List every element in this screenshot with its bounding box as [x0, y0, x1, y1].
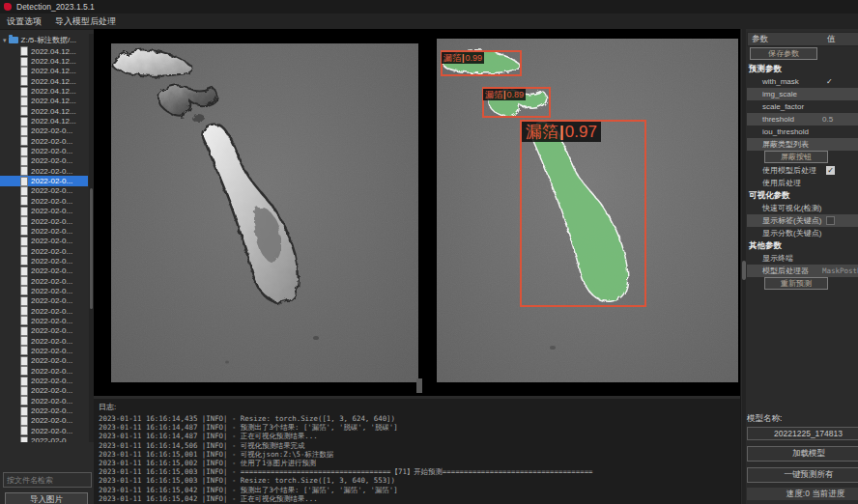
param-group-header: 其他参数 — [747, 239, 858, 252]
params-scrollbar[interactable] — [742, 29, 746, 504]
file-search-input[interactable] — [3, 472, 92, 488]
param-row[interactable]: 显示分数(关键点) — [747, 227, 858, 239]
tree-item[interactable]: 2022-02-0... — [0, 276, 88, 286]
load-model-button[interactable]: 加载模型 — [747, 446, 858, 462]
tree-item[interactable]: 2022-02-0... — [0, 346, 88, 355]
tree-item-label: 2022-02-0... — [31, 227, 72, 236]
tree-item[interactable]: 2022-02-0... — [0, 356, 88, 366]
tree-item[interactable]: 2022-02-0... — [0, 176, 88, 185]
tree-item[interactable]: 2022-02-0... — [0, 366, 88, 376]
param-label: 快速可视化(检测) — [762, 204, 821, 212]
tree-item[interactable]: 2022-02-0... — [0, 416, 88, 426]
param-button[interactable]: 屏蔽按钮 — [764, 151, 828, 163]
tree-item[interactable]: 2022-02-0... — [0, 336, 88, 346]
tree-item[interactable]: 2022-02-0... — [0, 406, 88, 415]
tree-item-label: 2022-02-0... — [31, 296, 72, 305]
log-line: 2023-01-11 16:16:14,506 |INFO| - 可视化预测结果… — [99, 441, 740, 450]
scrollbar-thumb[interactable] — [742, 261, 746, 280]
tree-item[interactable]: 2022.04.12... — [0, 106, 88, 116]
tree-item[interactable]: 2022-02-0... — [0, 216, 88, 226]
param-label: 显示分数(关键点) — [762, 229, 821, 238]
tree-item[interactable]: 2022-02-0... — [0, 286, 88, 295]
detection-label-2: 漏箔|0.89 — [483, 89, 526, 100]
file-icon — [20, 286, 28, 295]
original-image[interactable] — [111, 43, 418, 382]
param-label: with_mask — [762, 77, 799, 86]
param-row[interactable]: threshold0.5 — [747, 113, 858, 126]
tree-item[interactable]: 2022-02-0... — [0, 226, 88, 236]
tree-item[interactable]: 2022-02-0... — [0, 376, 88, 385]
tree-item-label: 2022-02-0... — [31, 277, 72, 286]
tree-item[interactable]: 2022-02-0... — [0, 196, 88, 206]
scrollbar-thumb[interactable] — [90, 188, 93, 309]
tree-item[interactable]: 2022-02-0... — [0, 435, 88, 442]
tree-item-label: 2022-02-0... — [31, 257, 72, 266]
param-row[interactable]: 快速可视化(检测) — [747, 202, 858, 214]
tree-item-label: 2022-02-0... — [31, 397, 72, 406]
file-icon — [20, 106, 28, 116]
tree-item[interactable]: 2022.04.12... — [0, 56, 88, 66]
param-row[interactable]: 使用后处理 — [747, 177, 858, 189]
tree-item[interactable]: 2022-02-0... — [0, 136, 88, 146]
log-panel[interactable]: 日志: 2023-01-11 16:16:14,435 |INFO| - Res… — [94, 396, 740, 504]
tree-item[interactable]: 2022-02-0... — [0, 426, 88, 435]
checkbox-unchecked[interactable] — [826, 216, 835, 225]
tree-item[interactable]: 2022.04.12... — [0, 76, 88, 86]
tree-item-label: 2022.04.12... — [31, 67, 76, 75]
tree-item[interactable]: 2022-02-0... — [0, 316, 88, 325]
tree-root[interactable]: ▾ Z:/5-标注数据/... — [0, 34, 88, 46]
param-label: threshold — [762, 115, 794, 124]
tree-item[interactable]: 2022-02-0... — [0, 296, 88, 306]
menu-item-settings[interactable]: 设置选项 — [0, 14, 48, 29]
predict-all-button[interactable]: 一键预测所有 — [747, 467, 858, 483]
model-name-field[interactable]: 20221225_174813 — [747, 427, 858, 440]
tree-item-label: 2022-02-0... — [31, 406, 72, 415]
tree-item[interactable]: 2022-02-0... — [0, 266, 88, 276]
tree-item[interactable]: 2022-02-0... — [0, 246, 88, 256]
tree-item[interactable]: 2022-02-0... — [0, 256, 88, 266]
param-row[interactable]: with_mask✓ — [747, 75, 858, 88]
tree-item[interactable]: 2022.04.12... — [0, 116, 88, 126]
param-label: 预测参数 — [749, 64, 782, 73]
param-row[interactable]: 显示终端 — [747, 252, 858, 265]
tree-item[interactable]: 2022.04.12... — [0, 86, 88, 96]
file-icon — [20, 46, 28, 56]
tree-item[interactable]: 2022-02-0... — [0, 237, 88, 246]
tree-item[interactable]: 2022-02-0... — [0, 146, 88, 155]
tree-item[interactable]: 2022.04.12... — [0, 97, 88, 106]
file-icon — [20, 87, 28, 97]
param-row[interactable]: 屏蔽类型列表 — [747, 138, 858, 151]
param-label: 显示终端 — [762, 254, 793, 263]
param-row[interactable]: 模型后处理器MaskPostPro — [747, 265, 858, 277]
tree-item[interactable]: 2022-02-0... — [0, 326, 88, 336]
param-row[interactable]: 显示标签(关键点) — [747, 214, 858, 227]
param-row[interactable]: scale_factor — [747, 100, 858, 113]
tree-item[interactable]: 2022-02-0... — [0, 186, 88, 196]
param-button[interactable]: 重新预测 — [764, 277, 828, 290]
param-row[interactable]: iou_threshold — [747, 126, 858, 138]
tree-item[interactable]: 2022.04.12... — [0, 46, 88, 56]
tree-item[interactable]: 2022-02-0... — [0, 396, 88, 406]
progress-status: 速度:0 当前进度 — [747, 488, 858, 500]
save-params-button[interactable]: 保存参数 — [750, 47, 817, 60]
param-row[interactable]: 使用模型后处理✓ — [747, 164, 858, 177]
file-icon — [20, 356, 28, 366]
tree-item[interactable]: 2022-02-0... — [0, 126, 88, 136]
tree-item[interactable]: 2022-02-0... — [0, 166, 88, 176]
model-section: 模型名称: 20221225_174813 加载模型 一键预测所有 速度:0 当… — [747, 413, 858, 504]
file-icon — [20, 426, 28, 435]
tree-item[interactable]: 2022-02-0... — [0, 156, 88, 166]
import-images-button[interactable]: 导入图片 — [5, 492, 88, 504]
checkbox-checked[interactable]: ✓ — [826, 166, 835, 175]
folder-icon — [9, 37, 18, 43]
title-bar: Detection_2023.1.5.1 — [0, 0, 858, 14]
tree-item[interactable]: 2022-02-0... — [0, 386, 88, 396]
file-icon — [20, 436, 28, 442]
detection-box-3 — [520, 120, 646, 307]
tree-item[interactable]: 2022-02-0... — [0, 306, 88, 316]
param-row[interactable]: img_scale — [747, 88, 858, 100]
viewer-splitter-handle[interactable] — [416, 378, 422, 393]
tree-item[interactable]: 2022.04.12... — [0, 67, 88, 76]
tree-item[interactable]: 2022-02-0... — [0, 207, 88, 216]
menu-item-import-postprocess[interactable]: 导入模型后处理 — [48, 14, 123, 29]
